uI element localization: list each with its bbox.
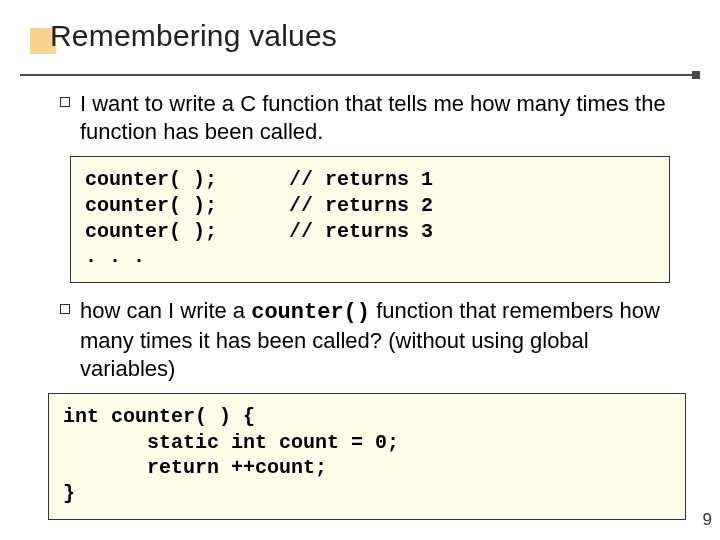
slide: Remembering values I want to write a C f… [0,0,720,540]
bullet-2-pre: how can I write a [80,298,251,323]
slide-body: I want to write a C function that tells … [60,90,680,534]
square-bullet-icon [60,304,70,314]
bullet-1-text: I want to write a C function that tells … [80,90,680,146]
square-bullet-icon [60,97,70,107]
slide-title: Remembering values [50,18,690,54]
code-block-calls: counter( ); // returns 1 counter( ); // … [70,156,670,282]
title-area: Remembering values [50,18,690,72]
bullet-2-inline-code: counter() [251,300,370,325]
bullet-2-text: how can I write a counter() function tha… [80,297,680,383]
bullet-item-1: I want to write a C function that tells … [60,90,680,146]
code-block-definition: int counter( ) { static int count = 0; r… [48,393,686,519]
page-number: 9 [703,510,712,530]
bullet-item-2: how can I write a counter() function tha… [60,297,680,383]
title-underline [20,74,700,76]
